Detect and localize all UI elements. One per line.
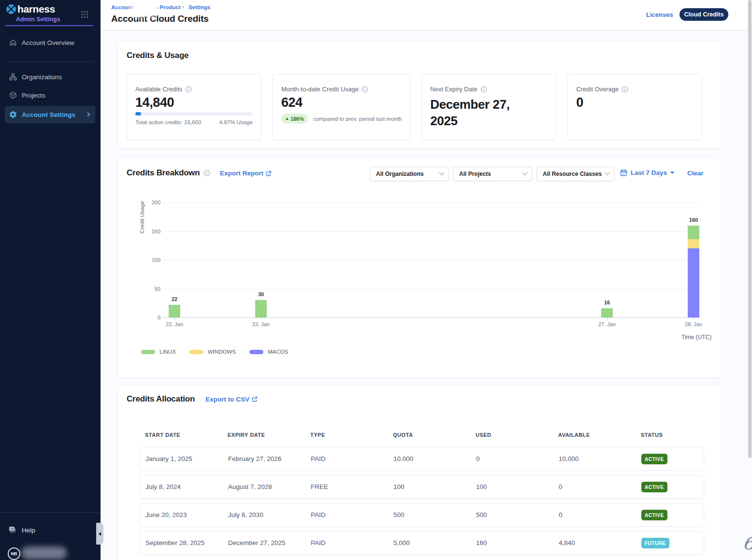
bar-segment-macos xyxy=(688,248,699,317)
svg-text:?: ? xyxy=(11,528,13,531)
bar-total-label: 160 xyxy=(679,217,708,223)
x-axis-tick-label: 22. Jan xyxy=(158,321,191,327)
x-axis-tick-label: 27. Jan xyxy=(590,321,624,327)
table-header-cell: USED xyxy=(470,432,552,438)
credits-breakdown-panel: Credits Breakdown Export Report All Orga… xyxy=(118,158,721,377)
bar-total-label: 16 xyxy=(593,300,622,305)
y-axis-title: Credit Usage xyxy=(139,201,145,233)
sidebar-item-projects[interactable]: Projects xyxy=(5,86,95,104)
table-header-row: START DATEEXPIRY DATETYPEQUOTAUSEDAVAILA… xyxy=(139,432,704,438)
licenses-link[interactable]: Licenses xyxy=(646,11,673,18)
table-row: September 28, 2025December 27, 2025PAID5… xyxy=(139,531,704,555)
credits-allocation-title: Credits Allocation xyxy=(127,394,195,404)
legend-swatch xyxy=(189,350,203,354)
table-cell-start: January 1, 2025 xyxy=(140,455,222,462)
chart-gridline xyxy=(163,317,700,318)
brand-name: harness xyxy=(17,3,55,15)
avatar[interactable]: NB xyxy=(8,547,20,560)
x-axis-title: Time (UTC) xyxy=(681,334,711,341)
legend-item-macos[interactable]: MACOS xyxy=(249,349,288,355)
credit-overage-card: Credit Overage 0 xyxy=(567,74,702,140)
legend-item-windows[interactable]: WINDOWS xyxy=(189,349,236,355)
chart-gridline xyxy=(163,231,700,232)
status-badge: ACTIVE xyxy=(641,482,667,492)
info-icon[interactable] xyxy=(362,86,368,93)
table-cell-used: 500 xyxy=(470,511,553,518)
table-cell-start: July 8, 2024 xyxy=(140,483,222,490)
chart-gridline xyxy=(163,202,700,203)
bar-segment-windows xyxy=(688,239,699,248)
breadcrumb-chevron-icon: › xyxy=(182,4,184,10)
x-axis-tick-label: 23. Jan xyxy=(244,321,278,327)
table-header-cell: START DATE xyxy=(139,432,222,438)
x-axis-tick-mark xyxy=(607,318,607,320)
sidebar-subtitle: Admin Settings xyxy=(16,16,60,23)
export-csv-link[interactable]: Export to CSV xyxy=(205,396,258,403)
chevron-right-icon xyxy=(87,112,90,117)
status-badge: ACTIVE xyxy=(641,510,667,520)
sidebar-item-account-settings[interactable]: Account Settings xyxy=(5,106,95,123)
chart-gridline xyxy=(163,289,700,289)
apps-grid-icon[interactable] xyxy=(81,11,88,18)
table-cell-quota: 100 xyxy=(388,483,470,490)
gear-icon xyxy=(9,111,17,119)
table-cell-quota: 10,000 xyxy=(388,455,470,462)
table-cell-type: PAID xyxy=(305,539,388,546)
chart-legend: LINUXWINDOWSMACOS xyxy=(141,349,302,355)
table-cell-expiry: February 27, 2026 xyxy=(222,455,305,462)
table-cell-expiry: August 7, 2028 xyxy=(222,483,305,490)
sidebar-item-account-overview[interactable]: Account Overview xyxy=(5,34,95,51)
table-cell-expiry: December 27, 2025 xyxy=(222,539,305,546)
breadcrumb-product[interactable]: - Product xyxy=(156,4,180,10)
projects-icon xyxy=(9,91,17,100)
legend-label: WINDOWS xyxy=(208,349,236,355)
help-label: Help xyxy=(22,527,35,534)
bar-segment-linux xyxy=(169,305,180,317)
info-icon[interactable] xyxy=(185,86,192,93)
cloud-credits-button[interactable]: Cloud Credits xyxy=(680,8,728,21)
x-axis-tick-mark xyxy=(694,318,694,320)
scrollbar-thumb[interactable] xyxy=(748,0,752,458)
mtd-usage-card: Month-to-date Credit Usage 624 186% comp… xyxy=(273,74,410,140)
table-row: July 8, 2024August 7, 2028FREE1001000ACT… xyxy=(139,475,704,499)
harness-logo[interactable]: harness xyxy=(6,3,55,15)
table-cell-used: 160 xyxy=(470,539,553,546)
trend-up-icon xyxy=(286,117,289,120)
breadcrumb-account[interactable]: Account xyxy=(111,4,133,10)
table-cell-available: 0 xyxy=(553,483,636,490)
table-header-cell: AVAILABLE xyxy=(552,432,635,438)
info-icon[interactable] xyxy=(480,86,487,93)
legend-label: MACOS xyxy=(268,349,288,355)
legend-item-linux[interactable]: LINUX xyxy=(141,349,176,355)
sidebar-item-organizations[interactable]: Organizations xyxy=(5,68,95,86)
info-icon[interactable] xyxy=(622,86,628,93)
table-cell-used: 0 xyxy=(470,455,553,462)
redacted-account-name xyxy=(131,0,155,16)
y-axis-tick-label: 50 xyxy=(131,286,160,292)
home-icon xyxy=(9,39,17,47)
table-cell-used: 100 xyxy=(470,483,553,490)
page-header: Account - Product › Settings Account Clo… xyxy=(101,0,752,30)
y-axis-tick-label: 200 xyxy=(131,200,160,205)
sidebar-item-help[interactable]: ? Help xyxy=(5,521,95,539)
legend-swatch xyxy=(141,350,155,354)
sidebar-item-label: Organizations xyxy=(22,73,62,81)
card-label: Credit Overage xyxy=(576,86,619,93)
x-axis-tick-mark xyxy=(261,318,261,320)
table-header-cell: QUOTA xyxy=(387,432,470,438)
legend-swatch xyxy=(249,350,263,354)
handwritten-annotation: 6 xyxy=(741,531,752,555)
chart-gridline xyxy=(163,260,700,260)
page-title: Account Cloud Credits xyxy=(111,14,209,24)
y-axis-tick-label: 150 xyxy=(131,229,160,234)
trend-badge: 186% xyxy=(281,114,308,124)
table-header-cell: TYPE xyxy=(304,432,387,438)
sidebar-item-label: Account Settings xyxy=(22,111,75,118)
card-label: Month-to-date Credit Usage xyxy=(281,86,359,93)
breadcrumb-settings[interactable]: Settings xyxy=(188,4,210,10)
sidebar-collapse-handle[interactable] xyxy=(96,523,103,545)
next-expiry-value: December 27, 2025 xyxy=(430,96,532,129)
mtd-usage-value: 624 xyxy=(281,96,402,109)
card-label: Next Expiry Date xyxy=(430,86,477,93)
credit-overage-value: 0 xyxy=(576,96,694,109)
